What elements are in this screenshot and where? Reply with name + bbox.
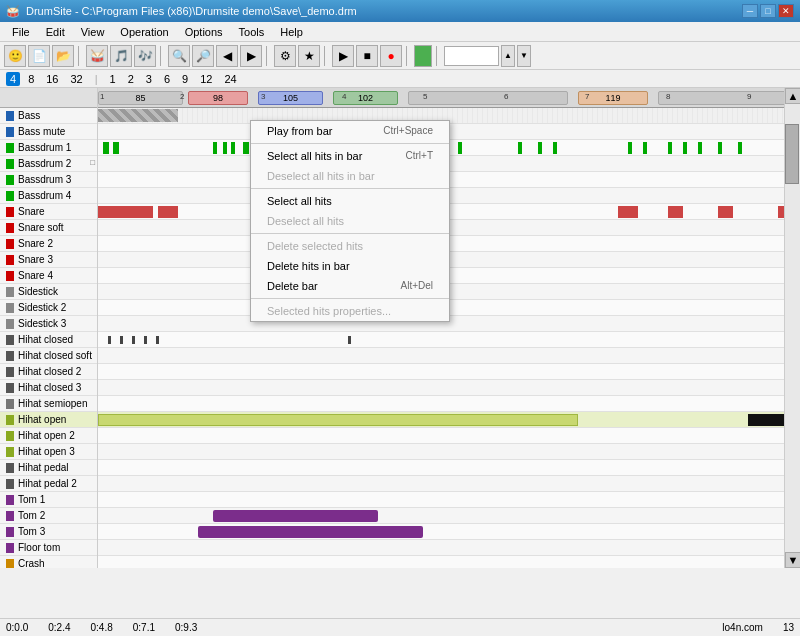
row-hcs[interactable] <box>98 348 784 364</box>
tb-sep3 <box>266 46 270 66</box>
track-label-floortom[interactable]: Floor tom <box>0 540 97 556</box>
track-label-snare2[interactable]: Snare 2 <box>0 236 97 252</box>
row-tom2[interactable] <box>98 508 784 524</box>
new-button[interactable]: 📄 <box>28 45 50 67</box>
open-button[interactable]: 📂 <box>52 45 74 67</box>
numbar-4[interactable]: 4 <box>6 72 20 86</box>
ctx-select-all-bar[interactable]: Select all hits in bar Ctrl+T <box>251 146 449 166</box>
drummer3-icon[interactable]: 🎶 <box>134 45 156 67</box>
menu-help[interactable]: Help <box>272 24 311 40</box>
menu-file[interactable]: File <box>4 24 38 40</box>
row-tom3[interactable] <box>98 524 784 540</box>
ctx-play-from-bar[interactable]: Play from bar Ctrl+Space <box>251 121 449 141</box>
track-label-tom2[interactable]: Tom 2 <box>0 508 97 524</box>
track-label-tom1[interactable]: Tom 1 <box>0 492 97 508</box>
scroll-up-button[interactable]: ▲ <box>785 88 800 104</box>
bpm-up[interactable]: ▲ <box>501 45 515 67</box>
track-label-bassdrum4[interactable]: Bassdrum 4 <box>0 188 97 204</box>
row-ho3[interactable] <box>98 444 784 460</box>
track-name-snare2: Snare 2 <box>18 238 53 249</box>
row-hc[interactable] <box>98 332 784 348</box>
menu-options[interactable]: Options <box>177 24 231 40</box>
track-label-snare4[interactable]: Snare 4 <box>0 268 97 284</box>
row-hp[interactable] <box>98 460 784 476</box>
row-hc3[interactable] <box>98 380 784 396</box>
track-label-snare3[interactable]: Snare 3 <box>0 252 97 268</box>
bpm-input[interactable]: 10000 <box>444 46 499 66</box>
close-button[interactable]: ✕ <box>778 4 794 18</box>
row-tom1[interactable] <box>98 492 784 508</box>
track-label-hihatclosedsoft[interactable]: Hihat closed soft <box>0 348 97 364</box>
track-label-snare[interactable]: Snare <box>0 204 97 220</box>
ctx-delete-bar[interactable]: Delete hits in bar <box>251 256 449 276</box>
numbar-9[interactable]: 9 <box>178 72 192 86</box>
smiley-icon[interactable]: 🙂 <box>4 45 26 67</box>
ctx-properties[interactable]: Selected hits properties... <box>251 301 449 321</box>
row-floortom[interactable] <box>98 540 784 556</box>
ctx-delete-whole-bar[interactable]: Delete bar Alt+Del <box>251 276 449 296</box>
settings-button[interactable]: ⚙ <box>274 45 296 67</box>
row-hp2[interactable] <box>98 476 784 492</box>
drummer1-icon[interactable]: 🥁 <box>86 45 108 67</box>
track-label-hihatpedal2[interactable]: Hihat pedal 2 <box>0 476 97 492</box>
track-label-hihatsemiopen[interactable]: Hihat semiopen <box>0 396 97 412</box>
track-label-sidestick3[interactable]: Sidestick 3 <box>0 316 97 332</box>
track-label-bassdrum2[interactable]: Bassdrum 2□ <box>0 156 97 172</box>
menu-edit[interactable]: Edit <box>38 24 73 40</box>
zoom-out-button[interactable]: 🔎 <box>192 45 214 67</box>
track-label-sidestick2[interactable]: Sidestick 2 <box>0 300 97 316</box>
track-label-bassdrum3[interactable]: Bassdrum 3 <box>0 172 97 188</box>
row-hso[interactable] <box>98 396 784 412</box>
track-color-hp2 <box>6 479 14 489</box>
track-label-tom3[interactable]: Tom 3 <box>0 524 97 540</box>
zoom-in-button[interactable]: 🔍 <box>168 45 190 67</box>
track-name-ho: Hihat open <box>18 414 66 425</box>
track-label-sidestick[interactable]: Sidestick <box>0 284 97 300</box>
ctx-delete-selected[interactable]: Delete selected hits <box>251 236 449 256</box>
track-label-bassmute[interactable]: Bass mute <box>0 124 97 140</box>
stop-button[interactable]: ■ <box>356 45 378 67</box>
ctx-select-all[interactable]: Select all hits <box>251 191 449 211</box>
track-label-crash[interactable]: Crash <box>0 556 97 568</box>
row-hc2[interactable] <box>98 364 784 380</box>
numbar-8[interactable]: 8 <box>24 72 38 86</box>
row-ho2[interactable] <box>98 428 784 444</box>
scroll-thumb[interactable] <box>785 124 799 184</box>
track-label-hihatopen[interactable]: Hihat open <box>0 412 97 428</box>
track-label-bassdrum1[interactable]: Bassdrum 1 <box>0 140 97 156</box>
star-button[interactable]: ★ <box>298 45 320 67</box>
menu-view[interactable]: View <box>73 24 113 40</box>
scroll-down-button[interactable]: ▼ <box>785 552 800 568</box>
vertical-scrollbar[interactable]: ▲ ▼ <box>784 88 800 568</box>
numbar-6[interactable]: 6 <box>160 72 174 86</box>
numbar-3[interactable]: 3 <box>142 72 156 86</box>
zoom-left-button[interactable]: ◀ <box>216 45 238 67</box>
numbar-16[interactable]: 16 <box>42 72 62 86</box>
row-crash[interactable] <box>98 556 784 568</box>
menu-operation[interactable]: Operation <box>112 24 176 40</box>
numbar-32[interactable]: 32 <box>67 72 87 86</box>
minimize-button[interactable]: ─ <box>742 4 758 18</box>
track-label-snaresoft[interactable]: Snare soft <box>0 220 97 236</box>
track-label-hihatopen3[interactable]: Hihat open 3 <box>0 444 97 460</box>
ctx-deselect-bar[interactable]: Deselect all hits in bar <box>251 166 449 186</box>
menu-tools[interactable]: Tools <box>231 24 273 40</box>
maximize-button[interactable]: □ <box>760 4 776 18</box>
numbar-24[interactable]: 24 <box>220 72 240 86</box>
track-label-bass[interactable]: Bass <box>0 108 97 124</box>
track-label-hihatopen2[interactable]: Hihat open 2 <box>0 428 97 444</box>
numbar-2[interactable]: 2 <box>124 72 138 86</box>
track-label-hihatpedal[interactable]: Hihat pedal <box>0 460 97 476</box>
ctx-deselect-all[interactable]: Deselect all hits <box>251 211 449 231</box>
play-button[interactable]: ▶ <box>332 45 354 67</box>
track-label-hihatclosed2[interactable]: Hihat closed 2 <box>0 364 97 380</box>
row-ho[interactable] <box>98 412 784 428</box>
numbar-1[interactable]: 1 <box>106 72 120 86</box>
drummer2-icon[interactable]: 🎵 <box>110 45 132 67</box>
numbar-12[interactable]: 12 <box>196 72 216 86</box>
track-label-hihatclosed[interactable]: Hihat closed <box>0 332 97 348</box>
track-label-hihatclosed3[interactable]: Hihat closed 3 <box>0 380 97 396</box>
bpm-down[interactable]: ▼ <box>517 45 531 67</box>
record-button[interactable]: ● <box>380 45 402 67</box>
zoom-right-button[interactable]: ▶ <box>240 45 262 67</box>
